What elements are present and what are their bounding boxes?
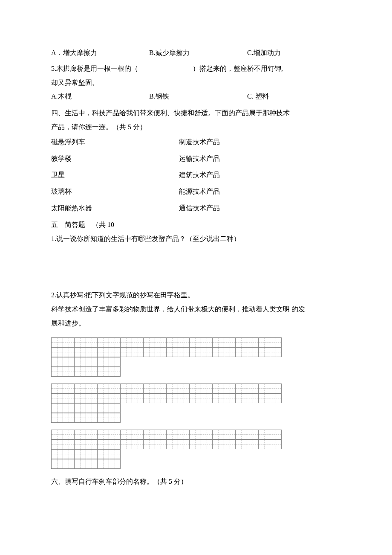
grid-block [51, 430, 341, 469]
grid-row [51, 347, 282, 357]
section5-title: 五 简答题 （共 10 [51, 219, 341, 231]
q5-option-c: C. 塑料 [247, 90, 341, 103]
grid-row [51, 403, 121, 413]
tianzige-grid-section [51, 337, 341, 469]
section6-title: 六、填写自行车刹车部分的名称。（共 5 分） [51, 476, 341, 488]
matching-right-item: 建筑技术产品 [179, 169, 341, 181]
matching-right-item: 通信技术产品 [179, 202, 341, 215]
grid-row [51, 393, 282, 403]
q4-option-c: C.增加动力 [247, 47, 341, 59]
q5-text-line2: 却又异常坚固。 [51, 77, 341, 89]
matching-right-item: 能源技术产品 [179, 186, 341, 198]
section5-q2-text-l1: 科学技术创造了丰富多彩的物质世界，给人们带来极大的便利，推动着人类文明 的发 [51, 303, 341, 316]
section5-q2-title: 2.认真抄写:把下列文字规范的抄写在田字格里。 [51, 289, 341, 302]
grid-row [51, 337, 282, 347]
matching-left-item: 教学楼 [51, 153, 179, 165]
matching-row: 卫星 建筑技术产品 [51, 169, 341, 181]
matching-row: 太阳能热水器 通信技术产品 [51, 202, 341, 215]
matching-row: 玻璃杯 能源技术产品 [51, 186, 341, 198]
section4-title-l2: 产品，请你连一连。（共 5 分） [51, 121, 341, 134]
q5-text-line1: 5.木拱廊桥是用一根一根的（ ）搭起来的，整座桥不用钉钾, [51, 63, 341, 75]
section5-q1: 1.说一说你所知道的生活中有哪些发酵产品？（至少说出二种） [51, 233, 341, 245]
matching-row: 磁悬浮列车 制造技术产品 [51, 136, 341, 148]
grid-row [51, 439, 282, 449]
matching-right-item: 运输技术产品 [179, 153, 341, 165]
grid-row [51, 449, 121, 459]
grid-row [51, 384, 282, 393]
q5-option-a: A.木棍 [51, 90, 149, 103]
matching-left-item: 玻璃杯 [51, 186, 179, 198]
section5-q2-text-l2: 展和进步。 [51, 317, 341, 330]
q4-options: A．增大摩擦力 B.减少摩擦力 C.增加动力 [51, 47, 341, 59]
grid-block [51, 384, 341, 423]
matching-row: 教学楼 运输技术产品 [51, 153, 341, 165]
grid-row [51, 367, 121, 377]
grid-row [51, 357, 121, 367]
matching-right-item: 制造技术产品 [179, 136, 341, 148]
q4-option-b: B.减少摩擦力 [149, 47, 247, 59]
answer-space [51, 247, 341, 289]
matching-left-item: 磁悬浮列车 [51, 136, 179, 148]
matching-left-item: 卫星 [51, 169, 179, 181]
q4-option-a: A．增大摩擦力 [51, 47, 149, 59]
grid-block [51, 337, 341, 377]
matching-left-item: 太阳能热水器 [51, 202, 179, 215]
grid-row [51, 459, 121, 469]
grid-row [51, 413, 121, 423]
q5-option-b: B.钢铁 [149, 90, 247, 103]
section4-title-l1: 四、生活中，科技产品给我们带来便利、快捷和舒适。下面的产品属于那种技术 [51, 107, 341, 119]
q5-options: A.木棍 B.钢铁 C. 塑料 [51, 90, 341, 103]
matching-container: 磁悬浮列车 制造技术产品 教学楼 运输技术产品 卫星 建筑技术产品 玻璃杯 能源… [51, 136, 341, 215]
grid-row [51, 430, 282, 439]
